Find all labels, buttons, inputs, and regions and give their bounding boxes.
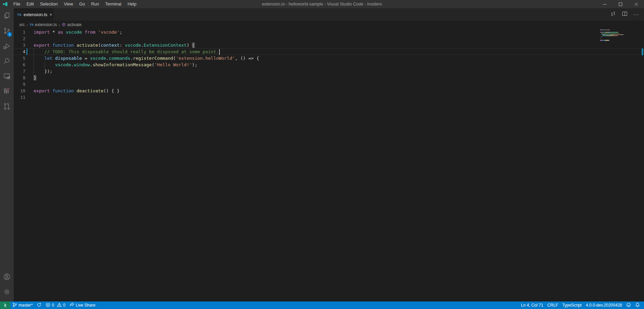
line-number[interactable]: 6 xyxy=(14,61,25,68)
code-line-1[interactable]: 1import * as vscode from 'vscode'; xyxy=(14,29,639,35)
menu-help[interactable]: Help xyxy=(124,0,140,8)
code-line-10[interactable]: 10export function deactivate() { } xyxy=(14,88,639,94)
status-notifications[interactable] xyxy=(633,301,642,309)
status-live-share[interactable]: Live Share xyxy=(68,301,97,309)
breadcrumb-label: src xyxy=(19,22,25,27)
bell-icon xyxy=(635,302,640,308)
menu-bar: FileEditSelectionViewGoRunTerminalHelp xyxy=(10,0,140,8)
status-label: master* xyxy=(19,303,33,308)
symbol-method-icon xyxy=(62,23,66,27)
tab-bar: TSextension.ts× ··· xyxy=(14,8,644,21)
status-version[interactable]: 4.0.0-dev.20200428 xyxy=(584,301,624,309)
remote-explorer-icon[interactable] xyxy=(0,69,14,84)
code-line-7[interactable]: 7 }); xyxy=(14,68,639,75)
status-label: Live Share xyxy=(76,303,95,308)
indent-guide xyxy=(34,68,34,75)
git-modified-gutter xyxy=(26,48,27,55)
line-number[interactable]: 2 xyxy=(14,35,25,42)
breadcrumb-label: activate xyxy=(67,22,81,27)
line-number[interactable]: 9 xyxy=(14,81,25,88)
breadcrumb-activate[interactable]: activate xyxy=(62,22,81,27)
code-line-9[interactable]: 9 xyxy=(14,81,639,88)
status-cursor-position[interactable]: Ln 4, Col 71 xyxy=(519,301,545,309)
sync-icon xyxy=(37,302,41,308)
tab-label: extension.ts xyxy=(24,12,47,17)
github-pull-requests-icon[interactable] xyxy=(0,99,14,114)
accounts-icon[interactable] xyxy=(0,269,14,284)
status-problems[interactable]: 00 xyxy=(44,301,67,309)
code-line-11[interactable]: 11 xyxy=(14,94,639,101)
extensions-icon[interactable] xyxy=(0,84,14,99)
status-eol[interactable]: CRLF xyxy=(545,301,560,309)
settings-icon[interactable] xyxy=(0,284,14,299)
minimize-button[interactable] xyxy=(597,0,612,8)
line-number[interactable]: 7 xyxy=(14,68,25,75)
code-line-2[interactable]: 2 xyxy=(14,35,639,42)
maximize-button[interactable] xyxy=(612,0,628,8)
code-line-5[interactable]: 5 let disposable = vscode.commands.regis… xyxy=(14,55,639,61)
minimap[interactable] xyxy=(600,30,639,42)
code-line-6[interactable]: 6 vscode.window.showInformationMessage('… xyxy=(14,61,639,68)
breadcrumb-label: extension.ts xyxy=(35,22,57,27)
close-window-button[interactable] xyxy=(628,0,644,8)
status-git-branch[interactable]: master* xyxy=(10,301,35,309)
indent-guide xyxy=(34,55,34,61)
warning-count: 0 xyxy=(63,303,65,308)
menu-go[interactable]: Go xyxy=(76,0,88,8)
split-editor-icon[interactable] xyxy=(621,10,628,19)
code-line-8[interactable]: 8} xyxy=(14,75,639,81)
remote-icon xyxy=(3,303,8,308)
indent-guide xyxy=(34,48,34,55)
status-language-mode[interactable]: TypeScript xyxy=(560,301,584,309)
feedback-icon xyxy=(626,302,631,308)
line-number[interactable]: 8 xyxy=(14,75,25,81)
breadcrumb: src›TSextension.ts›activate xyxy=(14,21,644,29)
tab-extension.ts[interactable]: TSextension.ts× xyxy=(14,8,53,21)
menu-terminal[interactable]: Terminal xyxy=(102,0,124,8)
open-changes-icon[interactable] xyxy=(610,10,617,19)
line-number[interactable]: 5 xyxy=(14,55,25,61)
run-debug-icon[interactable] xyxy=(0,38,14,54)
live-share-icon xyxy=(70,302,74,308)
menu-file[interactable]: File xyxy=(10,0,23,8)
breadcrumb-separator: › xyxy=(59,22,60,27)
breadcrumb-separator: › xyxy=(26,22,28,27)
more-actions-icon[interactable]: ··· xyxy=(633,11,639,18)
line-number[interactable]: 3 xyxy=(14,42,25,48)
line-number[interactable]: 11 xyxy=(14,94,25,101)
status-feedback[interactable] xyxy=(624,301,633,309)
menu-view[interactable]: View xyxy=(61,0,76,8)
menu-run[interactable]: Run xyxy=(88,0,102,8)
close-tab-icon[interactable]: × xyxy=(49,12,52,17)
indent-guide xyxy=(34,61,34,68)
line-number[interactable]: 10 xyxy=(14,88,25,94)
code-line-4[interactable]: 4 // TODO: This disposable should really… xyxy=(14,48,639,55)
remote-indicator[interactable] xyxy=(0,301,10,309)
overview-ruler-scrollbar[interactable] xyxy=(639,29,644,301)
status-label: Ln 4, Col 71 xyxy=(521,303,543,308)
scm-badge: 1 xyxy=(7,32,12,37)
explorer-icon[interactable] xyxy=(0,8,14,23)
line-number[interactable]: 1 xyxy=(14,29,25,35)
activity-bar: 1 xyxy=(0,8,14,301)
source-control-icon[interactable]: 1 xyxy=(0,23,14,38)
vscode-insiders-logo-icon xyxy=(0,1,10,7)
menu-selection[interactable]: Selection xyxy=(37,0,61,8)
menu-edit[interactable]: Edit xyxy=(23,0,37,8)
error-count: 0 xyxy=(52,303,54,308)
search-icon[interactable] xyxy=(0,54,14,69)
line-number[interactable]: 4 xyxy=(14,48,25,55)
text-cursor xyxy=(219,49,220,55)
modified-line-marker xyxy=(642,48,643,55)
window-controls xyxy=(597,0,644,8)
breadcrumb-extension.ts[interactable]: TSextension.ts xyxy=(29,22,57,27)
code-line-3[interactable]: 3export function activate(context: vscod… xyxy=(14,42,639,48)
status-sync[interactable] xyxy=(35,301,44,309)
breadcrumb-src[interactable]: src xyxy=(19,22,25,27)
status-label: TypeScript xyxy=(562,303,582,308)
editor-actions: ··· xyxy=(610,8,644,21)
typescript-file-icon: TS xyxy=(29,23,34,26)
title-bar: FileEditSelectionViewGoRunTerminalHelp e… xyxy=(0,0,644,8)
error-icon xyxy=(46,302,50,308)
code-editor[interactable]: 1import * as vscode from 'vscode';23expo… xyxy=(14,29,644,301)
